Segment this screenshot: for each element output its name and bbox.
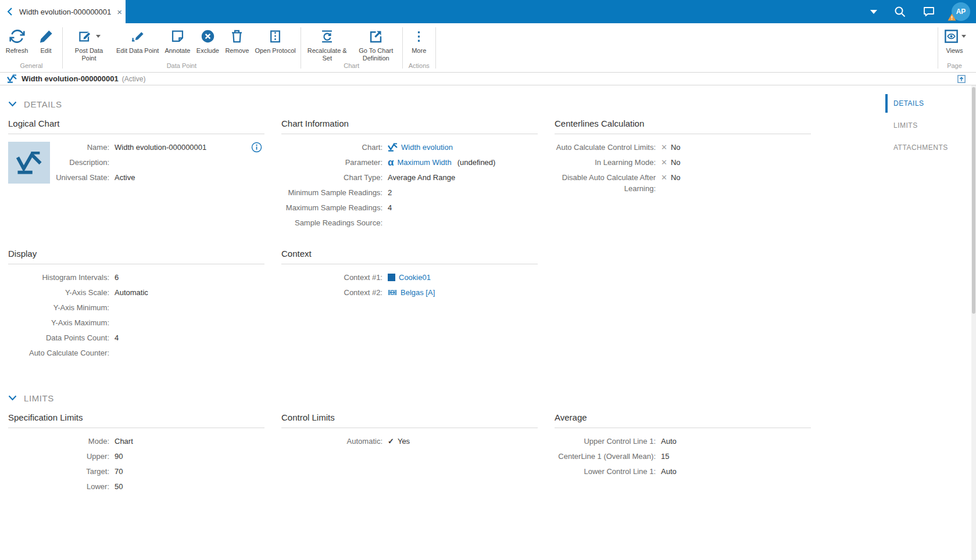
tab-close-icon[interactable]: × bbox=[117, 8, 122, 16]
average-card: Average Upper Control Line 1:AutoCenterL… bbox=[555, 412, 811, 496]
field-value: αMaximum Width(undefined) bbox=[388, 157, 495, 168]
card-title: Specification Limits bbox=[8, 412, 264, 428]
field-text: No bbox=[671, 172, 681, 183]
details-section-header[interactable]: DETAILS bbox=[8, 96, 811, 112]
field-text: Yes bbox=[398, 436, 410, 447]
field-label: Lower Control Line 1: bbox=[555, 466, 656, 477]
field-row: Histogram Intervals:6 bbox=[8, 272, 264, 283]
protocol-icon bbox=[267, 28, 283, 44]
parameter-alpha-icon: α bbox=[388, 157, 394, 167]
recalculate-icon bbox=[319, 28, 335, 44]
field-text: 50 bbox=[115, 481, 123, 492]
open-protocol-button[interactable]: Open Protocol bbox=[252, 23, 298, 62]
field-value: 6 bbox=[115, 272, 119, 283]
post-data-point-button[interactable]: Post Data Point bbox=[65, 23, 113, 62]
chart-thumbnail bbox=[8, 142, 50, 184]
more-dots-icon bbox=[411, 28, 427, 44]
edit-data-point-button[interactable]: Edit Data Point bbox=[113, 23, 162, 62]
edit-button[interactable]: Edit bbox=[31, 23, 60, 62]
toolbar-group-data-point: Post Data Point Edit Data Point Annotate… bbox=[65, 23, 299, 72]
annotate-button[interactable]: Annotate bbox=[162, 23, 193, 62]
document-tab[interactable]: Width evolution-000000001 × bbox=[0, 0, 126, 23]
centerlines-calculation-card: Centerlines Calculation Auto Calculate C… bbox=[555, 119, 811, 232]
field-text: 70 bbox=[115, 466, 123, 477]
field-label: Mode: bbox=[8, 436, 109, 447]
refresh-icon bbox=[9, 28, 25, 44]
views-eye-icon bbox=[943, 28, 959, 44]
button-label: Remove bbox=[225, 47, 249, 55]
search-icon[interactable] bbox=[893, 5, 906, 18]
remove-button[interactable]: Remove bbox=[222, 23, 252, 62]
field-row: Auto Calculate Control Limits:✕No bbox=[555, 142, 811, 153]
field-text: Active bbox=[115, 172, 135, 183]
avatar[interactable]: AP bbox=[952, 2, 970, 21]
field-label: Y-Axis Scale: bbox=[8, 287, 109, 298]
field-row: Y-Axis Minimum: bbox=[8, 302, 264, 313]
field-value: Auto bbox=[661, 436, 677, 447]
field-label: Minimum Sample Readings: bbox=[281, 187, 382, 198]
field-row: Upper:90 bbox=[8, 451, 264, 462]
field-row: Parameter:αMaximum Width(undefined) bbox=[281, 157, 538, 168]
field-row: In Learning Mode:✕No bbox=[555, 157, 811, 168]
button-label: More bbox=[412, 47, 426, 55]
refresh-button[interactable]: Refresh bbox=[2, 23, 31, 62]
dropdown-caret-icon[interactable] bbox=[961, 35, 966, 38]
field-link[interactable]: Belgas [A] bbox=[401, 287, 435, 298]
messages-icon[interactable] bbox=[923, 6, 935, 17]
scrollbar-thumb[interactable] bbox=[972, 87, 975, 314]
annotate-page-icon bbox=[170, 28, 185, 44]
go-to-chart-definition-button[interactable]: Go To Chart Definition bbox=[352, 23, 401, 62]
collapse-panel-icon[interactable] bbox=[957, 75, 966, 83]
exclude-button[interactable]: Exclude bbox=[193, 23, 222, 62]
recalculate-set-button[interactable]: Recalculate & Set bbox=[303, 23, 352, 62]
toolbar-ribbon: Refresh Edit General Post Data Point bbox=[0, 23, 976, 73]
field-label: Automatic: bbox=[281, 436, 382, 447]
field-value: 2 bbox=[388, 187, 392, 198]
field-row: Y-Axis Maximum: bbox=[8, 317, 264, 328]
tab-list-caret-icon[interactable] bbox=[870, 10, 877, 14]
field-label: Lower: bbox=[8, 481, 109, 492]
toolbar-group-label: Data Point bbox=[65, 62, 299, 72]
toolbar-spacer bbox=[438, 23, 936, 72]
post-data-point-icon bbox=[78, 28, 94, 44]
card-title: Control Limits bbox=[281, 412, 538, 428]
field-text: Chart bbox=[115, 436, 133, 447]
back-chevron-icon[interactable] bbox=[6, 7, 14, 16]
field-label: Target: bbox=[8, 466, 109, 477]
field-link[interactable]: Maximum Width bbox=[397, 157, 451, 168]
field-row: CenterLine 1 (Overall Mean):15 bbox=[555, 451, 811, 462]
nav-item-details[interactable]: DETAILS bbox=[885, 94, 955, 113]
toolbar-separator bbox=[402, 27, 403, 69]
info-icon[interactable] bbox=[251, 142, 262, 153]
breadcrumb-status: (Active) bbox=[122, 75, 146, 83]
field-label: Parameter: bbox=[281, 157, 382, 168]
field-label: Chart Type: bbox=[281, 172, 382, 183]
chart-icon bbox=[388, 143, 398, 152]
views-button[interactable]: Views bbox=[940, 23, 969, 62]
field-link[interactable]: Cookie01 bbox=[399, 272, 431, 283]
nav-item-limits[interactable]: LIMITS bbox=[885, 116, 955, 135]
field-label: Y-Axis Maximum: bbox=[8, 317, 109, 328]
nav-item-attachments[interactable]: ATTACHMENTS bbox=[885, 138, 955, 157]
field-text: 2 bbox=[388, 187, 392, 198]
toolbar-separator bbox=[435, 27, 436, 69]
limits-section-header[interactable]: LIMITS bbox=[8, 390, 811, 405]
specification-limits-card: Specification Limits Mode:ChartUpper:90T… bbox=[8, 412, 264, 496]
toolbar-group-label: Page bbox=[940, 62, 969, 72]
button-label: Post Data Point bbox=[67, 47, 110, 62]
section-header-label: LIMITS bbox=[24, 393, 54, 403]
field-text: 90 bbox=[115, 451, 123, 462]
field-value: 90 bbox=[115, 451, 123, 462]
more-button[interactable]: More bbox=[405, 23, 434, 62]
display-card: Display Histogram Intervals:6Y-Axis Scal… bbox=[8, 249, 264, 362]
field-link[interactable]: Width evolution bbox=[401, 142, 453, 153]
field-value: 70 bbox=[115, 466, 123, 477]
field-row: Lower Control Line 1:Auto bbox=[555, 466, 811, 477]
dropdown-caret-icon[interactable] bbox=[96, 35, 101, 38]
toolbar-group-label: Chart bbox=[303, 62, 401, 72]
field-value: ✓Yes bbox=[388, 436, 410, 447]
equipment-icon bbox=[388, 289, 397, 296]
field-row: Mode:Chart bbox=[8, 436, 264, 447]
field-label: Auto Calculate Counter: bbox=[8, 347, 109, 358]
field-label: Maximum Sample Readings: bbox=[281, 202, 382, 213]
